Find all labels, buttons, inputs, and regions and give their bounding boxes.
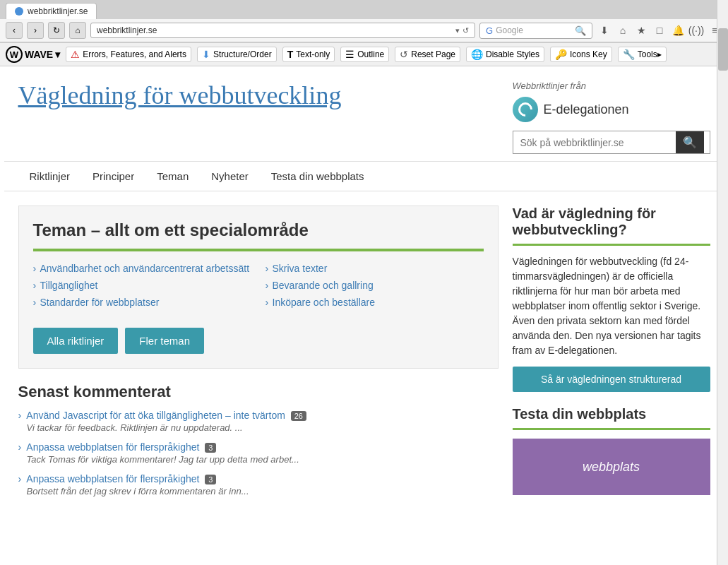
site-title-container: Vägledning för webbutveckling bbox=[18, 81, 342, 111]
icons-icon: 🔑 bbox=[555, 49, 567, 60]
textonly-icon: T bbox=[287, 49, 294, 60]
edelegation-icon-inner bbox=[515, 100, 535, 119]
comment-badge-1: 3 bbox=[205, 443, 216, 453]
browser-search-bar[interactable]: G Google 🔍 bbox=[479, 23, 592, 39]
teman-col-1: Användbarhet och användarcentrerat arbet… bbox=[33, 263, 251, 314]
nav-list: Riktlinjer Principer Teman Nyheter Testa… bbox=[18, 162, 710, 191]
active-tab[interactable]: webbriktlinjer.se bbox=[6, 3, 97, 19]
wifi-icon[interactable]: ((·)) bbox=[688, 23, 704, 38]
comment-arrow-2: › bbox=[18, 473, 22, 484]
comment-link-0[interactable]: Använd Javascript för att öka tillgängli… bbox=[26, 410, 285, 421]
errors-label: Errors, Features, and Alerts bbox=[83, 49, 186, 59]
teman-link-5[interactable]: Inköpare och beställare bbox=[265, 297, 484, 308]
site-search-input[interactable] bbox=[513, 131, 676, 153]
wave-structure-btn[interactable]: ⬇ Structure/Order bbox=[197, 47, 277, 62]
address-text: webbriktlinjer.se bbox=[97, 25, 157, 35]
disable-label: Disable Styles bbox=[486, 49, 539, 59]
main-content: Teman – allt om ett specialområde Använd… bbox=[4, 191, 724, 519]
senast-section: Senast kommenterat › Använd Javascript f… bbox=[18, 383, 499, 496]
teman-box: Teman – allt om ett specialområde Använd… bbox=[18, 206, 499, 369]
wave-tools-btn[interactable]: 🔧 Tools▸ bbox=[618, 47, 667, 62]
comment-item-2: › Anpassa webbplatsen för flerspråkighet… bbox=[18, 473, 499, 496]
structure-icon: ⬇ bbox=[202, 49, 210, 60]
nav-item-nyheter: Nyheter bbox=[200, 162, 260, 191]
content-left: Teman – allt om ett specialområde Använd… bbox=[18, 206, 499, 505]
test-thumbnail: webbplats bbox=[513, 439, 710, 495]
teman-buttons: Alla riktlinjer Fler teman bbox=[33, 328, 484, 354]
wave-textonly-btn[interactable]: T Text-only bbox=[282, 47, 335, 62]
content-right: Vad är vägledning för webbutveckling? Vä… bbox=[513, 206, 710, 505]
tools-label: Tools▸ bbox=[638, 49, 662, 59]
wave-toolbar: W WAVE ▾ ⚠ Errors, Features, and Alerts … bbox=[0, 43, 728, 66]
bookmark-icon[interactable]: ★ bbox=[633, 23, 649, 38]
icons-label: Icons Key bbox=[570, 49, 607, 59]
wave-outline-btn[interactable]: ☰ Outline bbox=[340, 47, 389, 62]
comment-excerpt-0: Vi tackar för feedback. Riktlinjen är nu… bbox=[18, 422, 499, 433]
teman-link-1[interactable]: Tillgänglighet bbox=[33, 280, 251, 291]
edelegation-icon bbox=[513, 97, 538, 122]
tab-label: webbriktlinjer.se bbox=[28, 6, 88, 16]
nav-link-teman[interactable]: Teman bbox=[145, 162, 200, 191]
reader-icon[interactable]: □ bbox=[652, 23, 667, 38]
teman-link-0[interactable]: Användbarhet och användarcentrerat arbet… bbox=[33, 263, 251, 274]
about-text: Vägledningen för webbutveckling (fd 24-t… bbox=[513, 254, 710, 358]
wave-disable-btn[interactable]: 🌐 Disable Styles bbox=[466, 47, 544, 62]
wave-label: WAVE bbox=[25, 49, 53, 60]
nav-link-principer[interactable]: Principer bbox=[81, 162, 145, 191]
comment-arrow-1: › bbox=[18, 441, 22, 453]
reset-icon: ↺ bbox=[400, 49, 408, 60]
reset-label: Reset Page bbox=[411, 49, 455, 59]
scrollbar-thumb[interactable] bbox=[718, 28, 728, 71]
download-icon[interactable]: ⬇ bbox=[597, 23, 612, 38]
wave-w-icon: W bbox=[6, 46, 23, 63]
edelegation-logo: E-delegationen bbox=[513, 97, 710, 122]
teman-link-4[interactable]: Bevarande och gallring bbox=[265, 280, 484, 291]
browser-search-placeholder: Google bbox=[496, 25, 523, 35]
home-button[interactable]: ⌂ bbox=[69, 22, 86, 39]
address-icons: ▾ ↺ bbox=[455, 26, 469, 35]
comment-link-1[interactable]: Anpassa webbplatsen för flerspråkighet bbox=[26, 441, 199, 453]
wave-reset-btn[interactable]: ↺ Reset Page bbox=[395, 47, 460, 62]
nav-item-teman: Teman bbox=[145, 162, 200, 191]
test-thumbnail-label: webbplats bbox=[583, 460, 640, 475]
back-button[interactable]: ‹ bbox=[6, 22, 23, 39]
errors-icon: ⚠ bbox=[71, 49, 80, 60]
header-tagline: Webbriktlinjer från bbox=[513, 81, 710, 91]
bell-icon[interactable]: 🔔 bbox=[670, 23, 686, 38]
nav-link-testa[interactable]: Testa din webbplats bbox=[260, 162, 376, 191]
cta-button[interactable]: Så är vägledningen strukturerad bbox=[513, 367, 710, 392]
comment-link-2[interactable]: Anpassa webbplatsen för flerspråkighet bbox=[26, 473, 199, 484]
header-right: Webbriktlinjer från E-delegationen 🔍 bbox=[513, 81, 710, 154]
test-box: Testa din webbplats webbplats bbox=[513, 406, 710, 495]
wave-logo: W WAVE ▾ bbox=[6, 46, 60, 63]
site-header: Vägledning för webbutveckling Webbriktli… bbox=[4, 66, 724, 162]
browser-action-icons: ⬇ ⌂ ★ □ 🔔 ((·)) ≡ bbox=[597, 23, 722, 38]
forward-button[interactable]: › bbox=[27, 22, 44, 39]
test-divider bbox=[513, 428, 710, 430]
nav-link-nyheter[interactable]: Nyheter bbox=[200, 162, 260, 191]
site-title: Vägledning för webbutveckling bbox=[18, 81, 342, 109]
site-title-link[interactable]: Vägledning för webbutveckling bbox=[18, 81, 342, 109]
refresh-button[interactable]: ↻ bbox=[48, 22, 65, 39]
home-icon[interactable]: ⌂ bbox=[615, 23, 631, 38]
search-glass-icon: 🔍 bbox=[575, 25, 586, 36]
teman-col-2: Skriva texter Bevarande och gallring Ink… bbox=[265, 263, 484, 314]
teman-links: Användbarhet och användarcentrerat arbet… bbox=[33, 263, 484, 314]
tools-icon: 🔧 bbox=[623, 49, 635, 60]
alla-riktlinjer-btn[interactable]: Alla riktlinjer bbox=[33, 328, 119, 354]
wave-errors-btn[interactable]: ⚠ Errors, Features, and Alerts bbox=[66, 47, 191, 62]
tab-favicon bbox=[15, 7, 23, 16]
structure-label: Structure/Order bbox=[213, 49, 272, 59]
site-search-button[interactable]: 🔍 bbox=[676, 131, 704, 153]
wave-icons-btn[interactable]: 🔑 Icons Key bbox=[550, 47, 612, 62]
scrollbar[interactable] bbox=[717, 0, 728, 519]
wave-dropdown-arrow[interactable]: ▾ bbox=[55, 49, 60, 60]
teman-link-3[interactable]: Skriva texter bbox=[265, 263, 484, 274]
address-bar[interactable]: webbriktlinjer.se ▾ ↺ bbox=[90, 23, 475, 38]
fler-teman-btn[interactable]: Fler teman bbox=[125, 328, 204, 354]
outline-icon: ☰ bbox=[345, 49, 354, 60]
teman-link-2[interactable]: Standarder för webbplatser bbox=[33, 297, 251, 308]
nav-link-riktlinjer[interactable]: Riktlinjer bbox=[18, 162, 82, 191]
about-box: Vad är vägledning för webbutveckling? Vä… bbox=[513, 206, 710, 392]
nav-item-testa: Testa din webbplats bbox=[260, 162, 376, 191]
